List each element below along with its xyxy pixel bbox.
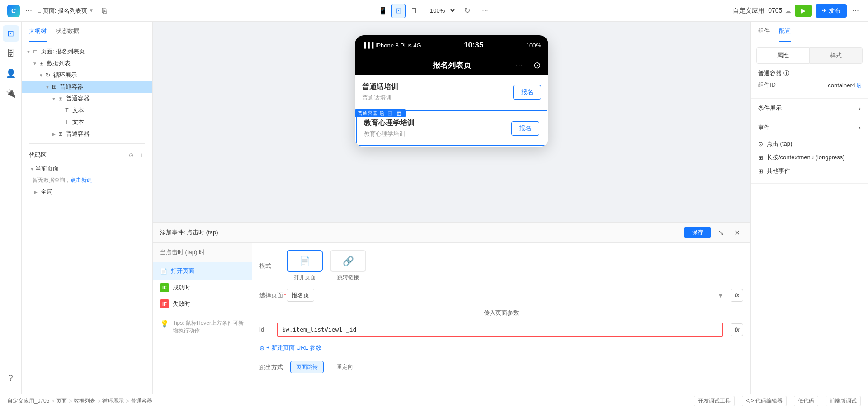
tree-arrow-container2[interactable]: ▼ bbox=[51, 95, 57, 102]
tree-item-text2[interactable]: ▶ T 文本 ≡ bbox=[22, 116, 152, 128]
tablet-view-button[interactable]: ⊡ bbox=[391, 4, 406, 18]
tree-arrow-global[interactable]: ▶ bbox=[33, 189, 39, 195]
list-item-1-btn[interactable]: 报名 bbox=[513, 85, 541, 100]
tree-item-current-page[interactable]: ▼ 当前页面 bbox=[25, 163, 149, 175]
add-param-button[interactable]: ⊕ + 新建页面 URL 参数 bbox=[259, 342, 743, 354]
tree-arrow-loop[interactable]: ▼ bbox=[38, 72, 44, 78]
publish-button[interactable]: ✈ 发布 bbox=[816, 4, 847, 18]
tree-action-text1[interactable]: ≡ bbox=[141, 106, 149, 114]
list-item-1: 普通话培训 普通话培训 报名 bbox=[355, 75, 548, 109]
more-options-button[interactable]: ··· bbox=[478, 4, 492, 18]
event-section-chevron-icon: › bbox=[859, 124, 861, 131]
param-id-fx-btn[interactable]: fx bbox=[731, 323, 743, 336]
event-item-longpress[interactable]: ⊞ 长按/contextmenu (longpress) bbox=[758, 151, 861, 164]
right-tab-component[interactable]: 组件 bbox=[758, 22, 770, 42]
tree-item-datalist[interactable]: ▼ ⊞ 数据列表 ≡ bbox=[22, 57, 152, 69]
mode-redirect[interactable]: 🔗 跳转链接 bbox=[330, 250, 366, 281]
desktop-view-button[interactable]: 🖥 bbox=[406, 4, 421, 18]
list-item-2-wrapper: 普通容器 ⎘ ⊡ 🗑 教育心理学培训 教育心理学培训 报名 bbox=[355, 110, 548, 146]
component-name-label: 普通容器 ⓘ bbox=[758, 69, 861, 77]
tree-item-global[interactable]: ▶ 全局 bbox=[25, 186, 149, 198]
event-save-button[interactable]: 保存 bbox=[684, 227, 711, 238]
right-subtab-style[interactable]: 样式 bbox=[810, 47, 863, 64]
event-status-success[interactable]: IF 成功时 bbox=[153, 280, 252, 296]
tree-action-loop[interactable]: ≡ bbox=[141, 71, 149, 79]
redirect-page-jump-btn[interactable]: 页面跳转 bbox=[290, 361, 324, 373]
tree-item-loop[interactable]: ▼ ↻ 循环展示 ≡ bbox=[22, 69, 152, 81]
sidebar-icon-help[interactable]: ? bbox=[3, 370, 19, 386]
breadcrumb-page[interactable]: 页面 bbox=[56, 397, 67, 405]
tree-item-container3[interactable]: ▶ ⊞ 普通容器 bbox=[22, 128, 152, 140]
right-tab-config[interactable]: 配置 bbox=[779, 22, 791, 42]
low-code-button[interactable]: 低代码 bbox=[794, 396, 818, 406]
menu-dots-button[interactable]: ··· bbox=[24, 4, 34, 17]
copy-page-button[interactable]: ⎘ bbox=[97, 4, 112, 18]
sidebar-icon-page[interactable]: ⊡ bbox=[3, 25, 19, 42]
event-editor-body: 当点击时 (tap) 时 📄 打开页面 IF 成功时 IF 失败时 💡 bbox=[153, 243, 750, 394]
redirect-rewrite-btn[interactable]: 重定向 bbox=[331, 361, 359, 373]
tree-arrow-current-page[interactable]: ▼ bbox=[29, 166, 35, 172]
event-close-button[interactable]: ✕ bbox=[731, 226, 743, 239]
right-subtab-properties[interactable]: 属性 bbox=[756, 47, 810, 64]
mode-open-page[interactable]: 📄 打开页面 bbox=[287, 250, 323, 281]
code-add-button[interactable]: + bbox=[137, 151, 145, 159]
container-badge-copy-btn[interactable]: ⎘ bbox=[379, 110, 385, 117]
event-expand-button[interactable]: ⤡ bbox=[714, 226, 727, 239]
left-panel: 大纲树 状态数据 ▼ □ 页面: 报名列表页 ⊙ ▼ ⊞ 数据列表 ≡ bbox=[22, 22, 153, 394]
tab-state[interactable]: 状态数据 bbox=[56, 22, 79, 42]
tree-label-global: 全局 bbox=[41, 188, 52, 196]
condition-toggle[interactable]: 条件展示 › bbox=[758, 104, 861, 112]
tree-arrow-container1[interactable]: ▼ bbox=[44, 84, 51, 90]
sidebar-icon-plugin[interactable]: 🔌 bbox=[3, 85, 19, 101]
tree-item-text1[interactable]: ▶ T 文本 ≡ bbox=[22, 104, 152, 116]
tree-item-page[interactable]: ▼ □ 页面: 报名列表页 ⊙ bbox=[22, 46, 152, 57]
copy-id-icon[interactable]: ⎘ bbox=[857, 81, 861, 89]
container-badge-delete-btn[interactable]: 🗑 bbox=[395, 110, 403, 117]
sidebar-icon-user[interactable]: 👤 bbox=[3, 65, 19, 81]
event-editor-panel: 添加事件: 点击时 (tap) 保存 ⤡ ✕ 当点击时 (tap) 时 📄 打开… bbox=[153, 222, 750, 394]
tree-item-container2[interactable]: ▼ ⊞ 普通容器 bbox=[22, 93, 152, 104]
param-id-input[interactable] bbox=[277, 323, 723, 337]
event-item-other[interactable]: ⊞ 其他事件 bbox=[758, 164, 861, 178]
list-item-2-btn[interactable]: 报名 bbox=[511, 121, 539, 136]
phone-view-button[interactable]: 📱 bbox=[376, 4, 390, 18]
zoom-select[interactable]: 100% 75% 50% bbox=[425, 5, 456, 16]
code-create-link[interactable]: 点击新建 bbox=[71, 177, 92, 183]
mode-label: 模式 bbox=[259, 262, 287, 270]
tree-action-datalist[interactable]: ≡ bbox=[141, 59, 149, 67]
tree-action-search[interactable]: ⊙ bbox=[141, 47, 149, 56]
right-panel-subtabs: 属性 样式 bbox=[756, 47, 863, 64]
preview-button[interactable]: 前端版调试 bbox=[826, 396, 861, 406]
breadcrumb-container[interactable]: 普通容器 bbox=[131, 397, 152, 405]
breadcrumb-loop[interactable]: 循环展示 bbox=[102, 397, 124, 405]
code-search-button[interactable]: ⊙ bbox=[127, 151, 135, 159]
refresh-button[interactable]: ↻ bbox=[460, 4, 474, 18]
tree-action-text2[interactable]: ≡ bbox=[141, 118, 149, 126]
dev-tools-button[interactable]: 开发调试工具 bbox=[694, 396, 735, 406]
breadcrumb-app[interactable]: 自定义应用_0705 bbox=[7, 397, 49, 405]
page-select[interactable]: 报名页 bbox=[287, 289, 314, 302]
top-more-button[interactable]: ··· bbox=[850, 4, 861, 17]
tree-label-datalist: 数据列表 bbox=[47, 59, 141, 67]
redirect-label: 跳出方式 bbox=[259, 363, 283, 371]
event-action-list: 当点击时 (tap) 时 📄 打开页面 IF 成功时 IF 失败时 💡 bbox=[153, 243, 252, 394]
event-item-tap[interactable]: ⊙ 点击 (tap) bbox=[758, 137, 861, 151]
tree-arrow-page[interactable]: ▼ bbox=[25, 48, 32, 55]
container-badge-duplicate-btn[interactable]: ⊡ bbox=[387, 110, 393, 117]
tree-item-container1[interactable]: ▼ ⊞ 普通容器 bbox=[22, 81, 152, 93]
sidebar-icon-data[interactable]: 🗄 bbox=[3, 45, 19, 62]
tree-arrow-container3[interactable]: ▶ bbox=[51, 131, 57, 137]
code-section: 代码区 ⊙ + ▼ 当前页面 暂无数据查询，点击新建 ▶ 全局 bbox=[22, 147, 152, 198]
component-info-icon: ⓘ bbox=[783, 69, 789, 77]
tree-arrow-datalist[interactable]: ▼ bbox=[32, 60, 38, 66]
page-title-selector[interactable]: □ 页面: 报名列表页 ▼ bbox=[38, 7, 94, 15]
breadcrumb-datalist[interactable]: 数据列表 bbox=[74, 397, 95, 405]
event-action-open-page[interactable]: 📄 打开页面 bbox=[153, 262, 252, 280]
run-button[interactable]: ▶ bbox=[795, 5, 812, 17]
code-editor-button[interactable]: </> 代码编辑器 bbox=[742, 396, 787, 406]
app-name: 自定义应用_0705 ☁ bbox=[733, 7, 791, 15]
page-select-fx-btn[interactable]: fx bbox=[731, 289, 743, 302]
tab-outline[interactable]: 大纲树 bbox=[29, 22, 47, 42]
signal-icon: ▐▐▐ bbox=[362, 42, 374, 48]
event-status-fail[interactable]: IF 失败时 bbox=[153, 296, 252, 312]
